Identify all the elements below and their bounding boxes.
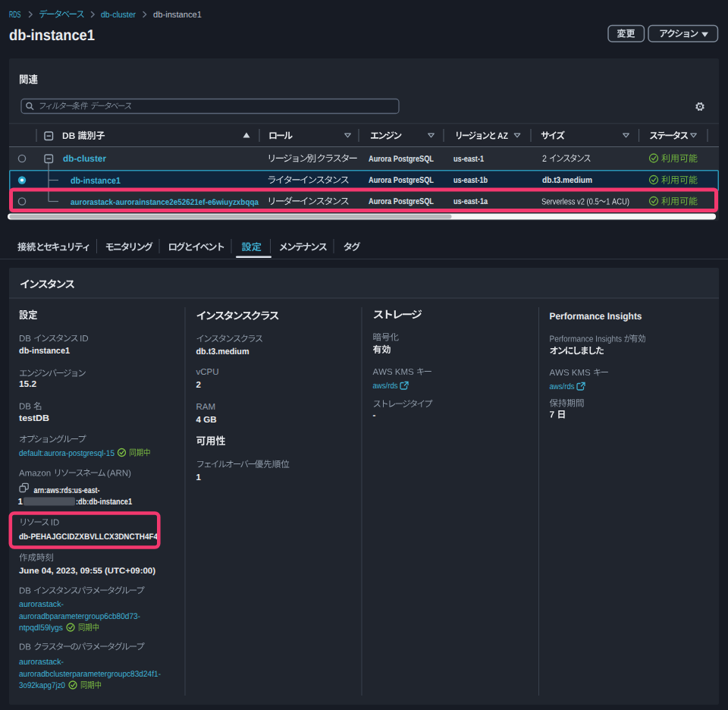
svg-text:us-east-1a: us-east-1a: [453, 197, 488, 206]
svg-text:Aurora PostgreSQL: Aurora PostgreSQL: [369, 155, 434, 164]
svg-text:aurorastack-: aurorastack-: [19, 600, 64, 609]
svg-text:db-instance1: db-instance1: [71, 175, 121, 186]
svg-text:15.2: 15.2: [19, 380, 36, 389]
svg-text::db:db-instance1: :db:db-instance1: [76, 498, 132, 507]
svg-text:testDB: testDB: [19, 414, 49, 423]
svg-text:db-cluster: db-cluster: [101, 11, 136, 20]
svg-text:auroradbclusterparametergroupc: auroradbclusterparametergroupc83d24f1-: [19, 670, 161, 679]
svg-text:-: -: [373, 411, 376, 420]
svg-text:4 GB: 4 GB: [196, 416, 217, 425]
svg-text:arn:aws:rds:us-east-: arn:aws:rds:us-east-: [34, 486, 100, 495]
svg-text:RAM: RAM: [196, 403, 216, 412]
svg-text:db.t3.medium: db.t3.medium: [196, 347, 249, 357]
svg-text:vCPU: vCPU: [196, 368, 219, 377]
svg-text:us-east-1b: us-east-1b: [453, 176, 488, 185]
svg-text:db-instance1: db-instance1: [153, 11, 202, 20]
svg-text:aws/rds: aws/rds: [550, 382, 575, 391]
svg-text:1: 1: [196, 473, 202, 482]
svg-text:3o92kapg7jz0: 3o92kapg7jz0: [19, 681, 65, 690]
svg-text:db-instance1: db-instance1: [9, 27, 95, 44]
svg-text:ntpqdl59lygs: ntpqdl59lygs: [19, 624, 63, 633]
svg-text:db-PEHAJGCIDZXBVLLCX3DNCTH4F4: db-PEHAJGCIDZXBVLLCX3DNCTH4F4: [19, 532, 158, 542]
svg-text:us-east-1: us-east-1: [453, 155, 484, 164]
svg-text:aurorastack-aurorainstance2e52: aurorastack-aurorainstance2e52621ef-e6wi…: [71, 198, 259, 207]
svg-text:Aurora PostgreSQL: Aurora PostgreSQL: [369, 176, 434, 185]
svg-text:aurorastack-: aurorastack-: [19, 658, 64, 667]
svg-text:1: 1: [18, 498, 24, 507]
svg-text:auroradbparametergroup6cb80d73: auroradbparametergroup6cb80d73-: [19, 612, 140, 621]
svg-text:aws/rds: aws/rds: [373, 382, 398, 391]
svg-text:db.t3.medium: db.t3.medium: [542, 176, 592, 185]
svg-text:June 04, 2023, 09:55 (UTC+09:0: June 04, 2023, 09:55 (UTC+09:00): [19, 567, 155, 576]
svg-text:default:aurora-postgresql-15: default:aurora-postgresql-15: [19, 449, 115, 458]
svg-text:db-cluster: db-cluster: [63, 153, 106, 164]
svg-text:Aurora PostgreSQL: Aurora PostgreSQL: [369, 197, 434, 206]
svg-text:2: 2: [196, 381, 201, 390]
svg-text:Performance Insights: Performance Insights: [550, 311, 642, 322]
svg-text:RDS: RDS: [9, 9, 21, 20]
svg-text:db-instance1: db-instance1: [19, 347, 71, 356]
